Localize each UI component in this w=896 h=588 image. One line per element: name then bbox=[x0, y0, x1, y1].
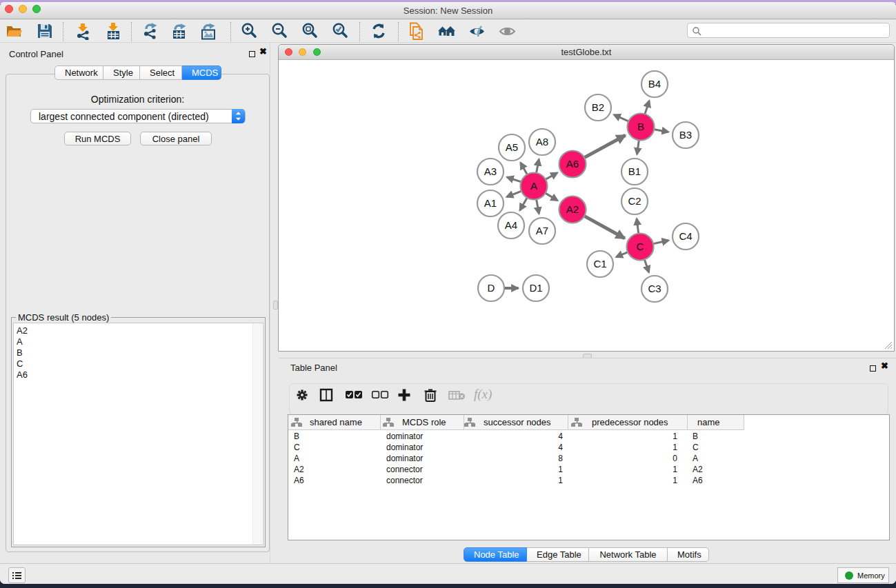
svg-text:B: B bbox=[637, 121, 644, 132]
svg-text:B1: B1 bbox=[628, 165, 641, 177]
svg-text:A3: A3 bbox=[484, 165, 497, 177]
svg-text:B4: B4 bbox=[648, 78, 661, 90]
svg-text:A6: A6 bbox=[566, 158, 579, 170]
svg-text:C2: C2 bbox=[628, 195, 641, 207]
svg-text:A: A bbox=[530, 180, 537, 192]
svg-text:B2: B2 bbox=[592, 101, 604, 113]
svg-text:C4: C4 bbox=[679, 230, 692, 242]
svg-text:A4: A4 bbox=[505, 219, 517, 231]
svg-text:C: C bbox=[637, 241, 644, 252]
svg-text:D: D bbox=[488, 282, 495, 294]
svg-text:A7: A7 bbox=[536, 225, 548, 236]
svg-text:A1: A1 bbox=[484, 197, 497, 209]
svg-text:B3: B3 bbox=[679, 129, 692, 141]
svg-text:A5: A5 bbox=[506, 141, 518, 153]
svg-text:C3: C3 bbox=[648, 283, 661, 294]
svg-text:C1: C1 bbox=[593, 258, 606, 270]
svg-text:D1: D1 bbox=[529, 282, 542, 294]
svg-text:A2: A2 bbox=[566, 203, 579, 215]
svg-text:A8: A8 bbox=[536, 136, 548, 148]
